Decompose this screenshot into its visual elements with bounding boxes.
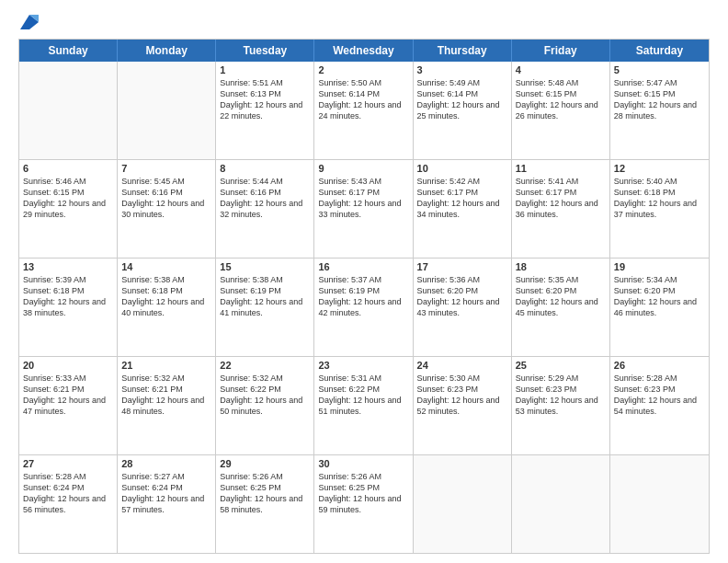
day-header-tuesday: Tuesday — [216, 40, 314, 62]
day-number: 4 — [516, 64, 606, 75]
day-number: 24 — [417, 360, 507, 371]
day-cell-11: 11Sunrise: 5:41 AM Sunset: 6:17 PM Dayli… — [512, 160, 610, 258]
day-number: 29 — [220, 458, 310, 469]
week-row-1: 1Sunrise: 5:51 AM Sunset: 6:13 PM Daylig… — [19, 62, 709, 159]
day-cell-12: 12Sunrise: 5:40 AM Sunset: 6:18 PM Dayli… — [610, 160, 709, 258]
day-cell-26: 26Sunrise: 5:28 AM Sunset: 6:23 PM Dayli… — [610, 357, 709, 454]
day-number: 6 — [23, 163, 113, 174]
empty-cell — [19, 62, 118, 159]
day-number: 16 — [318, 261, 408, 272]
day-info: Sunrise: 5:31 AM Sunset: 6:22 PM Dayligh… — [318, 373, 408, 418]
empty-cell — [512, 455, 610, 553]
day-number: 9 — [318, 163, 408, 174]
day-info: Sunrise: 5:49 AM Sunset: 6:14 PM Dayligh… — [417, 77, 507, 122]
empty-cell — [118, 62, 216, 159]
day-info: Sunrise: 5:28 AM Sunset: 6:23 PM Dayligh… — [614, 373, 705, 418]
day-cell-23: 23Sunrise: 5:31 AM Sunset: 6:22 PM Dayli… — [314, 357, 413, 454]
day-number: 1 — [220, 64, 310, 75]
day-number: 11 — [516, 163, 606, 174]
week-row-5: 27Sunrise: 5:28 AM Sunset: 6:24 PM Dayli… — [19, 454, 709, 553]
day-number: 25 — [516, 360, 606, 371]
day-cell-16: 16Sunrise: 5:37 AM Sunset: 6:19 PM Dayli… — [314, 259, 413, 356]
day-info: Sunrise: 5:44 AM Sunset: 6:16 PM Dayligh… — [220, 176, 310, 221]
week-row-2: 6Sunrise: 5:46 AM Sunset: 6:15 PM Daylig… — [19, 159, 709, 258]
day-cell-19: 19Sunrise: 5:34 AM Sunset: 6:20 PM Dayli… — [610, 259, 709, 356]
day-cell-1: 1Sunrise: 5:51 AM Sunset: 6:13 PM Daylig… — [216, 62, 314, 159]
day-info: Sunrise: 5:26 AM Sunset: 6:25 PM Dayligh… — [220, 471, 310, 516]
day-number: 18 — [516, 261, 606, 272]
day-info: Sunrise: 5:38 AM Sunset: 6:19 PM Dayligh… — [220, 274, 310, 319]
day-number: 30 — [318, 458, 408, 469]
day-number: 10 — [417, 163, 507, 174]
day-info: Sunrise: 5:43 AM Sunset: 6:17 PM Dayligh… — [318, 176, 408, 221]
day-info: Sunrise: 5:34 AM Sunset: 6:20 PM Dayligh… — [614, 274, 705, 319]
day-number: 15 — [220, 261, 310, 272]
day-cell-17: 17Sunrise: 5:36 AM Sunset: 6:20 PM Dayli… — [414, 259, 512, 356]
day-header-wednesday: Wednesday — [314, 40, 413, 62]
day-cell-14: 14Sunrise: 5:38 AM Sunset: 6:18 PM Dayli… — [118, 259, 216, 356]
day-cell-10: 10Sunrise: 5:42 AM Sunset: 6:17 PM Dayli… — [414, 160, 512, 258]
day-number: 14 — [121, 261, 211, 272]
calendar-header: SundayMondayTuesdayWednesdayThursdayFrid… — [19, 40, 709, 62]
day-header-thursday: Thursday — [414, 40, 512, 62]
day-info: Sunrise: 5:29 AM Sunset: 6:23 PM Dayligh… — [516, 373, 606, 418]
day-number: 28 — [121, 458, 211, 469]
logo — [18, 15, 39, 29]
day-header-monday: Monday — [118, 40, 216, 62]
day-info: Sunrise: 5:46 AM Sunset: 6:15 PM Dayligh… — [23, 176, 113, 221]
day-header-friday: Friday — [512, 40, 610, 62]
day-number: 8 — [220, 163, 310, 174]
day-info: Sunrise: 5:42 AM Sunset: 6:17 PM Dayligh… — [417, 176, 507, 221]
page: SundayMondayTuesdayWednesdayThursdayFrid… — [0, 0, 728, 563]
day-cell-7: 7Sunrise: 5:45 AM Sunset: 6:16 PM Daylig… — [118, 160, 216, 258]
day-info: Sunrise: 5:26 AM Sunset: 6:25 PM Dayligh… — [318, 471, 408, 516]
day-cell-4: 4Sunrise: 5:48 AM Sunset: 6:15 PM Daylig… — [512, 62, 610, 159]
week-row-3: 13Sunrise: 5:39 AM Sunset: 6:18 PM Dayli… — [19, 258, 709, 356]
day-info: Sunrise: 5:51 AM Sunset: 6:13 PM Dayligh… — [220, 77, 310, 122]
day-cell-3: 3Sunrise: 5:49 AM Sunset: 6:14 PM Daylig… — [414, 62, 512, 159]
day-cell-24: 24Sunrise: 5:30 AM Sunset: 6:23 PM Dayli… — [414, 357, 512, 454]
day-number: 3 — [417, 64, 507, 75]
empty-cell — [414, 455, 512, 553]
day-cell-28: 28Sunrise: 5:27 AM Sunset: 6:24 PM Dayli… — [118, 455, 216, 553]
day-info: Sunrise: 5:38 AM Sunset: 6:18 PM Dayligh… — [121, 274, 211, 319]
day-info: Sunrise: 5:45 AM Sunset: 6:16 PM Dayligh… — [121, 176, 211, 221]
day-number: 20 — [23, 360, 113, 371]
calendar-body: 1Sunrise: 5:51 AM Sunset: 6:13 PM Daylig… — [19, 62, 709, 553]
day-info: Sunrise: 5:32 AM Sunset: 6:21 PM Dayligh… — [121, 373, 211, 418]
day-info: Sunrise: 5:28 AM Sunset: 6:24 PM Dayligh… — [23, 471, 113, 516]
day-number: 13 — [23, 261, 113, 272]
day-cell-20: 20Sunrise: 5:33 AM Sunset: 6:21 PM Dayli… — [19, 357, 118, 454]
day-cell-18: 18Sunrise: 5:35 AM Sunset: 6:20 PM Dayli… — [512, 259, 610, 356]
empty-cell — [610, 455, 709, 553]
day-info: Sunrise: 5:37 AM Sunset: 6:19 PM Dayligh… — [318, 274, 408, 319]
day-number: 12 — [614, 163, 705, 174]
day-cell-15: 15Sunrise: 5:38 AM Sunset: 6:19 PM Dayli… — [216, 259, 314, 356]
day-number: 22 — [220, 360, 310, 371]
day-info: Sunrise: 5:33 AM Sunset: 6:21 PM Dayligh… — [23, 373, 113, 418]
logo-icon — [20, 15, 39, 29]
day-cell-5: 5Sunrise: 5:47 AM Sunset: 6:15 PM Daylig… — [610, 62, 709, 159]
day-info: Sunrise: 5:27 AM Sunset: 6:24 PM Dayligh… — [121, 471, 211, 516]
day-cell-27: 27Sunrise: 5:28 AM Sunset: 6:24 PM Dayli… — [19, 455, 118, 553]
day-cell-21: 21Sunrise: 5:32 AM Sunset: 6:21 PM Dayli… — [118, 357, 216, 454]
week-row-4: 20Sunrise: 5:33 AM Sunset: 6:21 PM Dayli… — [19, 356, 709, 454]
day-cell-8: 8Sunrise: 5:44 AM Sunset: 6:16 PM Daylig… — [216, 160, 314, 258]
day-info: Sunrise: 5:40 AM Sunset: 6:18 PM Dayligh… — [614, 176, 705, 221]
day-header-saturday: Saturday — [610, 40, 709, 62]
day-cell-25: 25Sunrise: 5:29 AM Sunset: 6:23 PM Dayli… — [512, 357, 610, 454]
day-cell-22: 22Sunrise: 5:32 AM Sunset: 6:22 PM Dayli… — [216, 357, 314, 454]
day-number: 26 — [614, 360, 705, 371]
day-info: Sunrise: 5:50 AM Sunset: 6:14 PM Dayligh… — [318, 77, 408, 122]
day-number: 2 — [318, 64, 408, 75]
day-number: 5 — [614, 64, 705, 75]
day-cell-6: 6Sunrise: 5:46 AM Sunset: 6:15 PM Daylig… — [19, 160, 118, 258]
day-info: Sunrise: 5:39 AM Sunset: 6:18 PM Dayligh… — [23, 274, 113, 319]
day-number: 21 — [121, 360, 211, 371]
day-number: 27 — [23, 458, 113, 469]
day-info: Sunrise: 5:35 AM Sunset: 6:20 PM Dayligh… — [516, 274, 606, 319]
day-info: Sunrise: 5:30 AM Sunset: 6:23 PM Dayligh… — [417, 373, 507, 418]
day-cell-2: 2Sunrise: 5:50 AM Sunset: 6:14 PM Daylig… — [314, 62, 413, 159]
day-number: 19 — [614, 261, 705, 272]
day-cell-29: 29Sunrise: 5:26 AM Sunset: 6:25 PM Dayli… — [216, 455, 314, 553]
